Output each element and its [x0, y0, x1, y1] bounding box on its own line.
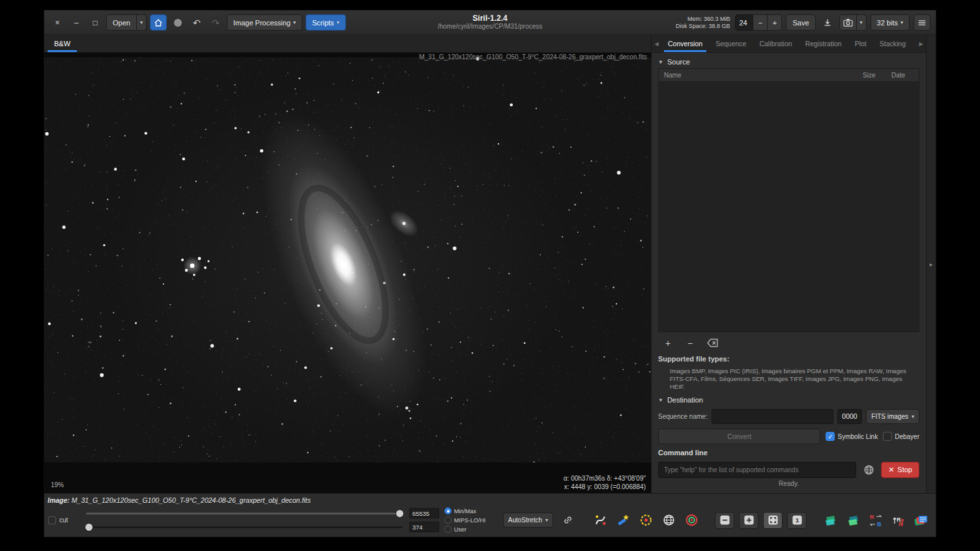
layers-compose-button[interactable]	[844, 511, 862, 530]
tab-sequence[interactable]: Sequence	[709, 35, 753, 52]
minus-icon: −	[758, 19, 762, 27]
slider-thumb[interactable]	[396, 509, 404, 518]
high-threshold-slider[interactable]	[85, 509, 404, 518]
cut-checkbox[interactable]	[48, 516, 56, 524]
svg-text:B: B	[877, 521, 882, 528]
target-icon	[685, 513, 699, 527]
cut-option[interactable]: cut	[48, 516, 79, 524]
hamburger-icon	[917, 18, 927, 27]
column-name[interactable]: Name	[659, 72, 863, 79]
panel-collapse-handle[interactable]: ▸	[926, 35, 936, 493]
mode-user[interactable]: User	[444, 526, 498, 533]
symbolic-link-checkbox[interactable]: ✓	[826, 432, 835, 441]
maximize-button[interactable]: □	[87, 16, 103, 30]
tab-calibration[interactable]: Calibration	[753, 35, 798, 52]
remove-files-button[interactable]: −	[680, 335, 700, 351]
slider-track[interactable]	[86, 526, 403, 528]
conversion-page: ▼ Source Name Size Date + −	[652, 53, 926, 493]
link-channels-button[interactable]	[558, 511, 577, 530]
destination-expander[interactable]: ▼ Destination	[658, 393, 919, 406]
star-processing-button[interactable]	[614, 511, 632, 530]
quick-tools	[591, 511, 700, 530]
open-button[interactable]: Open	[106, 14, 137, 31]
symbolic-link-option[interactable]: ✓ Symbolic Link	[826, 432, 878, 441]
mode-mips[interactable]: MIPS-LO/HI	[444, 516, 498, 524]
high-threshold-input[interactable]	[409, 508, 439, 518]
maximize-icon: □	[93, 18, 97, 27]
current-image-line: Image: M_31_G_120x120sec_G100_O50_T-9°C_…	[44, 494, 936, 507]
rgb-swap-button[interactable]: RB	[867, 511, 885, 530]
image-processing-button[interactable]: Image Processing ▾	[227, 14, 302, 31]
zoom-out-button[interactable]	[715, 512, 734, 529]
zoom-in-button[interactable]	[739, 512, 758, 529]
svg-text:R: R	[870, 514, 874, 520]
minimize-button[interactable]: –	[68, 16, 84, 30]
convert-button[interactable]: Convert	[658, 429, 820, 444]
bit-depth-dropdown[interactable]: 32 bits ▾	[871, 14, 910, 31]
slider-thumb[interactable]	[85, 523, 93, 531]
threads-input[interactable]	[735, 14, 753, 31]
tab-stacking[interactable]: Stacking	[873, 35, 912, 52]
scripts-button[interactable]: Scripts ▾	[306, 14, 346, 31]
close-button[interactable]: ×	[50, 16, 65, 30]
gray-color-toggle-button[interactable]	[170, 15, 186, 31]
zoom-100-button[interactable]: 1	[787, 512, 807, 529]
quick-photometry-button[interactable]	[682, 511, 700, 530]
photometry-aperture-icon	[639, 513, 653, 527]
open-recent-dropdown[interactable]: ▾	[137, 14, 147, 31]
zoom-one-icon: 1	[792, 515, 803, 526]
low-threshold-input[interactable]	[409, 522, 439, 532]
sequence-index-input[interactable]	[837, 409, 862, 424]
mips-radio[interactable]	[444, 516, 452, 524]
pixel-math-button[interactable]	[821, 511, 839, 530]
tabs-scroll-left-button[interactable]: ◀	[652, 35, 661, 52]
chevron-down-icon: ▾	[140, 20, 143, 25]
minmax-radio[interactable]	[444, 507, 452, 515]
sequence-name-input[interactable]	[712, 409, 834, 424]
tab-bw[interactable]: B&W	[44, 35, 80, 52]
redo-button[interactable]: ↷	[208, 15, 223, 31]
snapshot-dropdown[interactable]: ▾	[857, 14, 867, 31]
user-radio[interactable]	[444, 526, 452, 533]
debayer-option[interactable]: Debayer	[883, 432, 919, 441]
memory-usage: Mem: 360.3 MiB	[676, 16, 730, 23]
home-button[interactable]	[150, 14, 167, 31]
expander-down-icon: ▼	[658, 397, 663, 403]
clear-files-button[interactable]	[702, 335, 722, 351]
snapshot-button[interactable]	[839, 14, 857, 31]
column-size[interactable]: Size	[863, 72, 891, 79]
astrometry-button[interactable]	[659, 511, 678, 530]
zoom-fit-button[interactable]	[763, 512, 783, 529]
tab-bw-label: B&W	[54, 40, 70, 48]
menu-button[interactable]	[914, 14, 930, 31]
threads-decrease-button[interactable]: −	[753, 14, 768, 31]
save-as-button[interactable]	[820, 15, 835, 31]
coord-ra-dec: α: 00h37m36s δ: +43°08'09"	[564, 474, 646, 483]
sequence-frames-button[interactable]	[912, 511, 930, 530]
command-help-button[interactable]	[860, 462, 877, 478]
tab-conversion[interactable]: Conversion	[661, 35, 709, 52]
m31-photo[interactable]	[44, 57, 651, 462]
stretch-mode-dropdown[interactable]: AutoStretch ▾	[503, 513, 553, 528]
align-channels-button[interactable]: RR	[889, 511, 908, 530]
tab-registration[interactable]: Registration	[799, 35, 848, 52]
background-extraction-button[interactable]	[591, 511, 609, 530]
output-format-dropdown[interactable]: FITS images ▾	[866, 409, 919, 424]
zoom-tools: 1	[715, 512, 807, 529]
tab-plot[interactable]: Plot	[848, 35, 873, 52]
tabs-scroll-right-button[interactable]: ▶	[916, 35, 926, 52]
source-expander[interactable]: ▼ Source	[658, 55, 919, 68]
threads-increase-button[interactable]: +	[768, 14, 782, 31]
debayer-checkbox[interactable]	[883, 432, 892, 441]
add-files-button[interactable]: +	[658, 335, 678, 351]
photometry-button[interactable]	[637, 511, 655, 530]
tab-calibration-label: Calibration	[759, 40, 792, 48]
save-button[interactable]: Save	[786, 14, 815, 31]
low-threshold-slider[interactable]	[85, 522, 404, 532]
stop-button[interactable]: ✕ Stop	[881, 462, 919, 478]
undo-button[interactable]: ↶	[189, 15, 205, 31]
image-canvas[interactable]: M_31_G_120x120sec_G100_O50_T-9°C_2024-08…	[44, 53, 651, 493]
command-input[interactable]	[658, 462, 856, 478]
mode-minmax[interactable]: Min/Max	[444, 507, 498, 515]
column-date[interactable]: Date	[891, 72, 919, 79]
